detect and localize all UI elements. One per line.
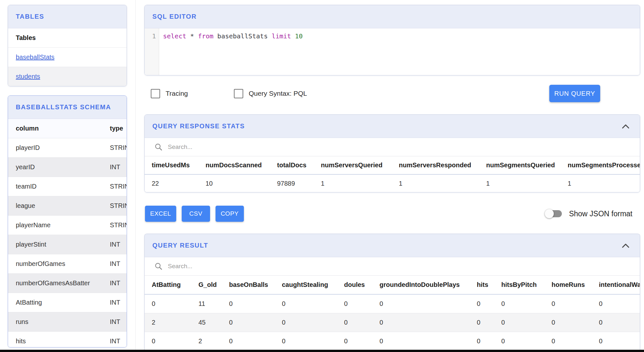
cell: 0: [501, 295, 552, 313]
cell: 45: [198, 313, 229, 332]
column-header: caughtStealing: [282, 276, 344, 294]
cell: INT: [110, 158, 127, 177]
stats-search-row: [145, 138, 640, 156]
cell: 0: [552, 295, 599, 313]
response-stats-table: timeUsedMsnumDocsScannedtotalDocsnumServ…: [145, 156, 640, 192]
show-json-toggle[interactable]: [545, 210, 562, 217]
schema-panel-header: BASEBALLSTATS SCHEMA: [8, 96, 127, 119]
cell: 0: [282, 313, 344, 332]
search-icon: [154, 143, 163, 151]
cell: league: [8, 196, 110, 215]
sql-editor-code-area[interactable]: 1 select * from baseballStats limit 10: [145, 28, 640, 75]
column-header: numSegmentsProcessed: [568, 156, 640, 174]
tables-panel-header: TABLES: [8, 5, 127, 28]
table-row: AtBattingINT: [8, 293, 127, 312]
students-table-link[interactable]: students: [16, 73, 40, 80]
result-panel-header: QUERY RESULT: [145, 234, 640, 257]
tracing-checkbox[interactable]: [151, 89, 160, 98]
column-header: numServersQueried: [321, 156, 399, 174]
sql-token-identifier: baseballStats: [217, 32, 268, 40]
sidebar-item-students[interactable]: students: [8, 67, 127, 86]
cell: 2: [145, 313, 198, 332]
schema-panel: BASEBALLSTATS SCHEMA columntypeplayerIDS…: [8, 95, 127, 347]
baseballstats-table-link[interactable]: baseballStats: [16, 54, 54, 61]
cell: 0: [599, 295, 640, 313]
column-header: baseOnBalls: [229, 276, 282, 294]
column-header: homeRuns: [552, 276, 599, 294]
table-row: playerStintINT: [8, 235, 127, 254]
pql-label: Query Syntax: PQL: [249, 90, 307, 97]
result-search-row: [145, 257, 640, 276]
pql-checkbox-group[interactable]: Query Syntax: PQL: [234, 85, 307, 102]
cell: STRING: [110, 196, 127, 215]
stats-panel-title: QUERY RESPONSE STATS: [152, 122, 245, 130]
show-json-label: Show JSON format: [569, 210, 632, 218]
schema-panel-title: BASEBALLSTATS SCHEMA: [16, 103, 111, 111]
chevron-up-icon: [620, 122, 631, 132]
table-row: 0200000000: [145, 332, 640, 351]
column-header: hitsByPitch: [501, 276, 552, 294]
result-collapse-button[interactable]: [620, 241, 631, 251]
excel-button[interactable]: EXCEL: [145, 206, 176, 222]
table-row: 01100000000: [145, 295, 640, 313]
column-header: numServersResponded: [399, 156, 486, 174]
tables-list-header: Tables: [8, 28, 127, 48]
cell: 0: [477, 313, 501, 332]
csv-button[interactable]: CSV: [182, 206, 210, 222]
stats-collapse-button[interactable]: [620, 122, 631, 132]
run-query-button[interactable]: RUN QUERY: [549, 85, 600, 102]
line-number: 1: [152, 32, 156, 41]
cell: AtBatting: [8, 293, 110, 312]
json-format-toggle-group: Show JSON format: [545, 206, 632, 222]
column-header: totalDocs: [277, 156, 321, 174]
result-search-input[interactable]: [167, 262, 304, 270]
cell: 22: [145, 175, 206, 192]
column-header: doules: [344, 276, 380, 294]
query-result-table: AtBattingG_oldbaseOnBallscaughtStealingd…: [145, 276, 640, 351]
cell: playerStint: [8, 235, 110, 254]
cell: INT: [110, 312, 127, 331]
column-header: numDocsScanned: [206, 156, 277, 174]
cell: 0: [599, 332, 640, 350]
cell: 0: [380, 295, 477, 313]
cell: STRING: [110, 138, 127, 157]
cell: playerID: [8, 138, 110, 157]
column-header: timeUsedMs: [145, 156, 206, 174]
table-row: playerNameSTRING: [8, 216, 127, 235]
cell: teamID: [8, 177, 110, 196]
cell: 0: [282, 295, 344, 313]
cell: 10: [206, 175, 277, 192]
column-header: intentionalWalks: [599, 276, 640, 294]
table-header-row: AtBattingG_oldbaseOnBallscaughtStealingd…: [145, 276, 640, 295]
query-result-panel: QUERY RESULT AtBattingG_oldbaseOnBallsca…: [144, 234, 640, 352]
table-row: yearIDINT: [8, 158, 127, 177]
pql-checkbox[interactable]: [234, 89, 243, 98]
sql-token-operator: *: [190, 32, 194, 40]
cell: 0: [145, 295, 198, 313]
cell: 0: [344, 295, 380, 313]
cell: 0: [282, 332, 344, 350]
cell: 1: [568, 175, 640, 192]
sql-query-text[interactable]: select * from baseballStats limit 10: [163, 32, 303, 41]
sidebar: TABLES Tables baseballStats students BAS…: [0, 0, 136, 352]
cell: 11: [198, 295, 229, 313]
cell: 0: [229, 313, 282, 332]
sql-editor-header: SQL EDITOR: [145, 5, 640, 28]
tracing-checkbox-group[interactable]: Tracing: [151, 85, 188, 102]
tables-list-header-label: Tables: [16, 34, 36, 42]
cell: 0: [477, 332, 501, 350]
cell: 0: [477, 295, 501, 313]
copy-button[interactable]: COPY: [216, 206, 244, 222]
cell: 0: [380, 313, 477, 332]
cell: 0: [344, 332, 380, 350]
cell: 0: [552, 332, 599, 350]
sidebar-item-baseballstats[interactable]: baseballStats: [8, 48, 127, 67]
cell: 0: [145, 332, 198, 350]
stats-search-input[interactable]: [167, 143, 304, 151]
column-header: AtBatting: [145, 276, 198, 294]
cell: INT: [110, 332, 127, 347]
table-row: 2210978891111: [145, 175, 640, 192]
table-header-row: timeUsedMsnumDocsScannedtotalDocsnumServ…: [145, 156, 640, 175]
cell: 1: [321, 175, 399, 192]
cell: yearID: [8, 158, 110, 177]
